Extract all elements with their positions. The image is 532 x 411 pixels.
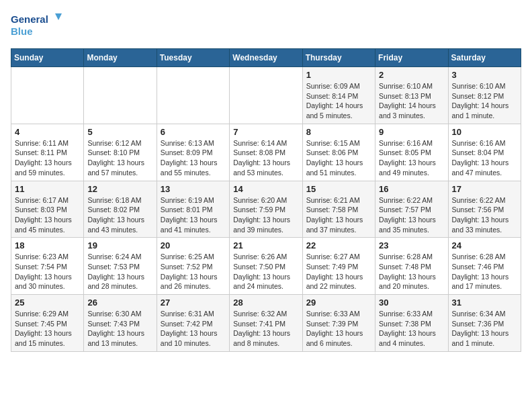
calendar-cell: 11Sunrise: 6:17 AM Sunset: 8:03 PM Dayli… — [11, 181, 84, 238]
day-info: Sunrise: 6:21 AM Sunset: 7:58 PM Dayligh… — [306, 195, 371, 235]
weekday-header-sunday: Sunday — [11, 49, 84, 67]
calendar-cell: 4Sunrise: 6:11 AM Sunset: 8:11 PM Daylig… — [11, 124, 84, 181]
calendar-cell: 10Sunrise: 6:16 AM Sunset: 8:04 PM Dayli… — [448, 124, 521, 181]
day-number: 13 — [161, 184, 226, 194]
day-info: Sunrise: 6:18 AM Sunset: 8:02 PM Dayligh… — [87, 195, 152, 235]
day-number: 18 — [15, 240, 80, 250]
day-info: Sunrise: 6:24 AM Sunset: 7:53 PM Dayligh… — [87, 252, 152, 291]
calendar-cell: 14Sunrise: 6:20 AM Sunset: 7:59 PM Dayli… — [230, 181, 302, 238]
day-number: 11 — [15, 184, 80, 194]
day-number: 19 — [87, 240, 152, 250]
day-number: 22 — [306, 240, 371, 250]
day-number: 29 — [306, 298, 371, 308]
calendar-cell: 27Sunrise: 6:31 AM Sunset: 7:42 PM Dayli… — [157, 295, 229, 352]
week-row-2: 4Sunrise: 6:11 AM Sunset: 8:11 PM Daylig… — [11, 124, 521, 181]
svg-text:Blue: Blue — [11, 26, 33, 37]
day-number: 3 — [452, 70, 517, 80]
day-info: Sunrise: 6:30 AM Sunset: 7:43 PM Dayligh… — [87, 309, 152, 349]
day-number: 14 — [233, 184, 298, 194]
page-header: General Blue — [11, 11, 521, 40]
weekday-header-monday: Monday — [84, 49, 157, 67]
day-info: Sunrise: 6:34 AM Sunset: 7:36 PM Dayligh… — [452, 309, 517, 349]
day-info: Sunrise: 6:15 AM Sunset: 8:06 PM Dayligh… — [306, 138, 371, 178]
day-number: 10 — [452, 127, 517, 137]
day-number: 27 — [161, 298, 226, 308]
calendar-cell: 29Sunrise: 6:33 AM Sunset: 7:39 PM Dayli… — [302, 295, 375, 352]
day-number: 12 — [87, 184, 152, 194]
weekday-header-wednesday: Wednesday — [230, 49, 302, 67]
weekday-header-friday: Friday — [375, 49, 448, 67]
day-number: 7 — [233, 127, 298, 137]
weekday-header-row: SundayMondayTuesdayWednesdayThursdayFrid… — [11, 49, 521, 67]
day-info: Sunrise: 6:12 AM Sunset: 8:10 PM Dayligh… — [87, 138, 152, 178]
calendar-cell: 13Sunrise: 6:19 AM Sunset: 8:01 PM Dayli… — [157, 181, 229, 238]
calendar-cell: 5Sunrise: 6:12 AM Sunset: 8:10 PM Daylig… — [84, 124, 157, 181]
svg-marker-1 — [55, 13, 62, 20]
day-info: Sunrise: 6:16 AM Sunset: 8:05 PM Dayligh… — [379, 138, 444, 178]
weekday-header-saturday: Saturday — [448, 49, 521, 67]
calendar-cell: 31Sunrise: 6:34 AM Sunset: 7:36 PM Dayli… — [448, 295, 521, 352]
calendar-cell: 30Sunrise: 6:33 AM Sunset: 7:38 PM Dayli… — [375, 295, 448, 352]
day-info: Sunrise: 6:27 AM Sunset: 7:49 PM Dayligh… — [306, 252, 371, 291]
day-info: Sunrise: 6:28 AM Sunset: 7:46 PM Dayligh… — [452, 252, 517, 291]
day-info: Sunrise: 6:17 AM Sunset: 8:03 PM Dayligh… — [15, 195, 80, 235]
calendar-cell — [11, 67, 84, 124]
logo: General Blue — [11, 11, 64, 40]
day-info: Sunrise: 6:14 AM Sunset: 8:08 PM Dayligh… — [233, 138, 298, 178]
day-number: 8 — [306, 127, 371, 137]
day-info: Sunrise: 6:26 AM Sunset: 7:50 PM Dayligh… — [233, 252, 298, 291]
calendar-cell: 2Sunrise: 6:10 AM Sunset: 8:13 PM Daylig… — [375, 67, 448, 124]
day-info: Sunrise: 6:22 AM Sunset: 7:56 PM Dayligh… — [452, 195, 517, 235]
day-info: Sunrise: 6:23 AM Sunset: 7:54 PM Dayligh… — [15, 252, 80, 291]
day-number: 6 — [161, 127, 226, 137]
day-number: 31 — [452, 298, 517, 308]
calendar-cell: 19Sunrise: 6:24 AM Sunset: 7:53 PM Dayli… — [84, 238, 157, 295]
day-info: Sunrise: 6:09 AM Sunset: 8:14 PM Dayligh… — [306, 81, 371, 121]
day-info: Sunrise: 6:28 AM Sunset: 7:48 PM Dayligh… — [379, 252, 444, 291]
calendar-cell: 3Sunrise: 6:10 AM Sunset: 8:12 PM Daylig… — [448, 67, 521, 124]
day-number: 16 — [379, 184, 444, 194]
week-row-5: 25Sunrise: 6:29 AM Sunset: 7:45 PM Dayli… — [11, 295, 521, 352]
day-info: Sunrise: 6:25 AM Sunset: 7:52 PM Dayligh… — [161, 252, 226, 291]
week-row-4: 18Sunrise: 6:23 AM Sunset: 7:54 PM Dayli… — [11, 238, 521, 295]
day-number: 30 — [379, 298, 444, 308]
day-info: Sunrise: 6:13 AM Sunset: 8:09 PM Dayligh… — [161, 138, 226, 178]
day-number: 25 — [15, 298, 80, 308]
day-info: Sunrise: 6:10 AM Sunset: 8:13 PM Dayligh… — [379, 81, 444, 121]
week-row-1: 1Sunrise: 6:09 AM Sunset: 8:14 PM Daylig… — [11, 67, 521, 124]
calendar-cell: 25Sunrise: 6:29 AM Sunset: 7:45 PM Dayli… — [11, 295, 84, 352]
day-number: 23 — [379, 240, 444, 250]
day-info: Sunrise: 6:22 AM Sunset: 7:57 PM Dayligh… — [379, 195, 444, 235]
day-info: Sunrise: 6:29 AM Sunset: 7:45 PM Dayligh… — [15, 309, 80, 349]
calendar-cell: 9Sunrise: 6:16 AM Sunset: 8:05 PM Daylig… — [375, 124, 448, 181]
calendar-cell — [230, 67, 302, 124]
day-number: 9 — [379, 127, 444, 137]
calendar-cell — [84, 67, 157, 124]
day-number: 26 — [87, 298, 152, 308]
calendar-cell: 16Sunrise: 6:22 AM Sunset: 7:57 PM Dayli… — [375, 181, 448, 238]
day-number: 24 — [452, 240, 517, 250]
day-info: Sunrise: 6:16 AM Sunset: 8:04 PM Dayligh… — [452, 138, 517, 178]
calendar-cell: 1Sunrise: 6:09 AM Sunset: 8:14 PM Daylig… — [302, 67, 375, 124]
day-number: 20 — [161, 240, 226, 250]
day-number: 5 — [87, 127, 152, 137]
day-number: 28 — [233, 298, 298, 308]
svg-text:General: General — [11, 13, 48, 25]
day-number: 21 — [233, 240, 298, 250]
day-info: Sunrise: 6:33 AM Sunset: 7:38 PM Dayligh… — [379, 309, 444, 349]
logo-svg: General Blue — [11, 11, 64, 40]
day-info: Sunrise: 6:19 AM Sunset: 8:01 PM Dayligh… — [161, 195, 226, 235]
calendar-cell: 28Sunrise: 6:32 AM Sunset: 7:41 PM Dayli… — [230, 295, 302, 352]
day-info: Sunrise: 6:20 AM Sunset: 7:59 PM Dayligh… — [233, 195, 298, 235]
calendar-cell: 21Sunrise: 6:26 AM Sunset: 7:50 PM Dayli… — [230, 238, 302, 295]
day-number: 1 — [306, 70, 371, 80]
week-row-3: 11Sunrise: 6:17 AM Sunset: 8:03 PM Dayli… — [11, 181, 521, 238]
calendar-cell: 18Sunrise: 6:23 AM Sunset: 7:54 PM Dayli… — [11, 238, 84, 295]
calendar-cell: 12Sunrise: 6:18 AM Sunset: 8:02 PM Dayli… — [84, 181, 157, 238]
day-number: 17 — [452, 184, 517, 194]
day-number: 2 — [379, 70, 444, 80]
weekday-header-thursday: Thursday — [302, 49, 375, 67]
calendar-cell: 22Sunrise: 6:27 AM Sunset: 7:49 PM Dayli… — [302, 238, 375, 295]
calendar-cell: 23Sunrise: 6:28 AM Sunset: 7:48 PM Dayli… — [375, 238, 448, 295]
day-number: 15 — [306, 184, 371, 194]
